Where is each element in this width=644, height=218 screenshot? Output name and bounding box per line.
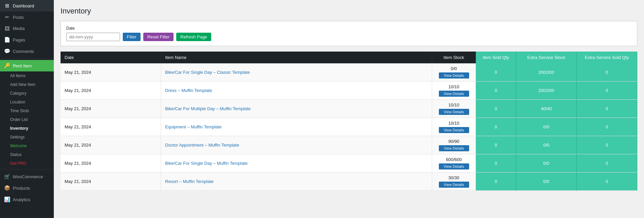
cell-item-stock: 600/600View Details	[432, 154, 476, 173]
cell-item-name: Bike/Car For Single Day – Muffin Templat…	[161, 154, 432, 173]
table-row: May 21, 2024Resort – Muffin Template30/3…	[61, 173, 637, 191]
media-icon: 🖼	[4, 26, 10, 31]
item-name-link[interactable]: Doctor Appointment – Muffin Template	[165, 143, 239, 148]
cell-date: May 21, 2024	[61, 118, 161, 136]
sidebar: ⊞ Dashboard ✏ Posts 🖼 Media 📄 Pages 💬 Co…	[0, 0, 54, 218]
col-header-item-name: Item Name	[161, 52, 432, 63]
item-name-link[interactable]: Resort – Muffin Template	[165, 179, 214, 184]
rent-item-icon: 🔑	[4, 63, 10, 69]
cell-extra-service-sold-qty: 0	[577, 173, 637, 191]
sidebar-item-woocommerce[interactable]: 🛒 WooCommerce	[0, 171, 54, 182]
sidebar-sub-order-list[interactable]: Order List	[0, 115, 54, 124]
woocommerce-icon: 🛒	[4, 174, 10, 180]
cell-item-name: Bike/Car For Multiple Day – Muffin Templ…	[161, 100, 432, 118]
page-title: Inventory	[61, 7, 637, 15]
filter-date-label: Date	[66, 26, 632, 31]
sidebar-item-pages[interactable]: 📄 Pages	[0, 34, 54, 45]
cell-item-name: Equipment – Muffin Template	[161, 118, 432, 136]
filter-bar: Date Filter Reset Filter Refresh Page	[61, 21, 637, 46]
stock-value: 10/10	[436, 84, 471, 89]
stock-value: 90/90	[436, 139, 471, 144]
cell-extra-service-sold-qty: 0	[577, 136, 637, 154]
cell-extra-service-stock: 0/0	[516, 154, 577, 173]
cell-date: May 21, 2024	[61, 63, 161, 82]
date-input[interactable]	[66, 33, 120, 41]
table-row: May 21, 2024Bike/Car For Multiple Day – …	[61, 100, 637, 118]
cell-extra-service-stock: 0/0	[516, 136, 577, 154]
sidebar-divider-2	[0, 169, 54, 169]
sidebar-item-analytics[interactable]: 📊 Analytics	[0, 194, 54, 205]
sidebar-sub-status[interactable]: Status	[0, 150, 54, 159]
item-name-link[interactable]: Bike/Car For Single Day – Classic Templa…	[165, 70, 250, 75]
sidebar-divider-1	[0, 58, 54, 59]
cell-extra-service-stock: 200/200	[516, 63, 577, 82]
view-details-button[interactable]: View Details	[439, 91, 469, 97]
sidebar-sub-all-items[interactable]: All Items	[0, 71, 54, 80]
cell-item-sold-qty: 0	[476, 173, 516, 191]
cell-item-sold-qty: 0	[476, 63, 516, 82]
cell-item-stock: 10/10View Details	[432, 100, 476, 118]
cell-item-sold-qty: 0	[476, 136, 516, 154]
view-details-button[interactable]: View Details	[439, 127, 469, 133]
inventory-table: Date Item Name Item Stock Item Sold Qty …	[61, 52, 637, 191]
table-row: May 21, 2024Doctor Appointment – Muffin …	[61, 136, 637, 154]
sidebar-item-dashboard[interactable]: ⊞ Dashboard	[0, 0, 54, 11]
sidebar-item-posts[interactable]: ✏ Posts	[0, 11, 54, 23]
table-row: May 21, 2024Dress – Muffin Template10/10…	[61, 82, 637, 100]
view-details-button[interactable]: View Details	[439, 145, 469, 151]
sidebar-item-media[interactable]: 🖼 Media	[0, 23, 54, 34]
cell-extra-service-sold-qty: 0	[577, 63, 637, 82]
content-area: Inventory Date Filter Reset Filter Refre…	[54, 0, 644, 218]
col-header-extra-service-stock: Extra Service Stock	[516, 52, 577, 63]
view-details-button[interactable]: View Details	[439, 163, 469, 169]
filter-button[interactable]: Filter	[123, 33, 141, 41]
cell-item-name: Doctor Appointment – Muffin Template	[161, 136, 432, 154]
sidebar-sub-get-pro[interactable]: Get PRO	[0, 159, 54, 168]
item-name-link[interactable]: Bike/Car For Multiple Day – Muffin Templ…	[165, 106, 251, 111]
cell-extra-service-sold-qty: 0	[577, 100, 637, 118]
sidebar-sub-location[interactable]: Location	[0, 98, 54, 106]
col-header-item-stock: Item Stock	[432, 52, 476, 63]
view-details-button[interactable]: View Details	[439, 109, 469, 115]
stock-value: 0/0	[436, 66, 471, 71]
refresh-page-button[interactable]: Refresh Page	[176, 33, 211, 41]
rent-item-arrow: ◀	[47, 64, 50, 68]
cell-extra-service-sold-qty: 0	[577, 154, 637, 173]
item-name-link[interactable]: Dress – Muffin Template	[165, 88, 212, 93]
cell-item-sold-qty: 0	[476, 154, 516, 173]
sidebar-sub-time-slots[interactable]: Time Slots	[0, 106, 54, 115]
stock-value: 10/10	[436, 102, 471, 107]
sidebar-sub-add-new-item[interactable]: Add New Item	[0, 80, 54, 89]
sidebar-item-comments[interactable]: 💬 Comments	[0, 45, 54, 57]
cell-item-stock: 10/10View Details	[432, 118, 476, 136]
sidebar-item-rent-item[interactable]: 🔑 Rent Item ◀	[0, 60, 54, 71]
cell-item-stock: 10/10View Details	[432, 82, 476, 100]
table-row: May 21, 2024Bike/Car For Single Day – Mu…	[61, 154, 637, 173]
main-content: Inventory Date Filter Reset Filter Refre…	[54, 0, 644, 218]
cell-item-name: Dress – Muffin Template	[161, 82, 432, 100]
cell-date: May 21, 2024	[61, 100, 161, 118]
sidebar-sub-category[interactable]: Category	[0, 89, 54, 98]
table-row: May 21, 2024Bike/Car For Single Day – Cl…	[61, 63, 637, 82]
sidebar-item-products[interactable]: 📦 Products	[0, 182, 54, 194]
stock-value: 600/600	[436, 157, 471, 162]
col-header-date: Date	[61, 52, 161, 63]
item-name-link[interactable]: Equipment – Muffin Template	[165, 124, 222, 129]
sidebar-sub-welcome[interactable]: Welcome	[0, 142, 54, 150]
cell-date: May 21, 2024	[61, 82, 161, 100]
cell-item-name: Resort – Muffin Template	[161, 173, 432, 191]
cell-date: May 21, 2024	[61, 136, 161, 154]
item-name-link[interactable]: Bike/Car For Single Day – Muffin Templat…	[165, 161, 248, 166]
dashboard-icon: ⊞	[4, 3, 10, 9]
cell-extra-service-sold-qty: 0	[577, 82, 637, 100]
cell-item-sold-qty: 0	[476, 118, 516, 136]
reset-filter-button[interactable]: Reset Filter	[143, 33, 174, 41]
view-details-button[interactable]: View Details	[439, 182, 469, 188]
products-icon: 📦	[4, 185, 10, 191]
cell-extra-service-stock: 0/0	[516, 118, 577, 136]
sidebar-sub-settings[interactable]: Settings	[0, 133, 54, 142]
cell-extra-service-stock: 200/200	[516, 82, 577, 100]
sidebar-sub-inventory[interactable]: Inventory	[0, 124, 54, 133]
pages-icon: 📄	[4, 37, 10, 43]
view-details-button[interactable]: View Details	[439, 72, 469, 79]
